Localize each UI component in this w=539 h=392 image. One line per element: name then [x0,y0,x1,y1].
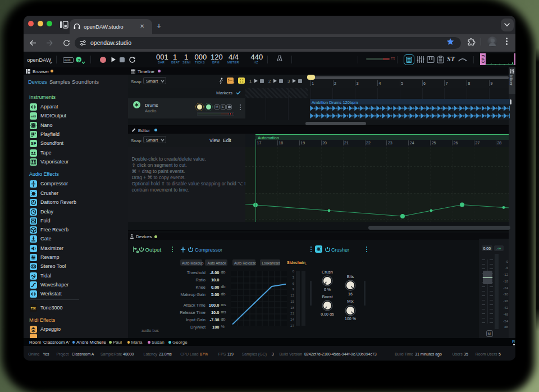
svg-text:SF: SF [31,142,36,147]
svg-text:midi: midi [31,115,36,118]
svg-text:T3K: T3K [31,306,36,309]
